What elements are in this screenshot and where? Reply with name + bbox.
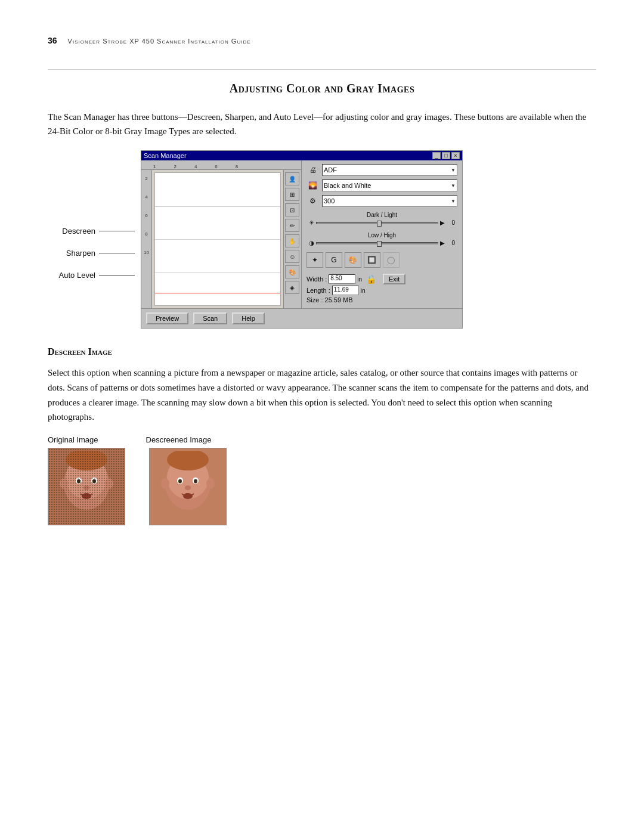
canvas-line-3 xyxy=(155,272,280,273)
low-high-thumb[interactable] xyxy=(377,241,382,247)
action-buttons: ✦ G 🎨 🔲 ◯ xyxy=(306,252,457,268)
scan-bottom-bar: Preview Scan Help xyxy=(141,308,462,328)
size-row: Size : 25.59 MB xyxy=(306,296,457,304)
descreen-section-text: Select this option when scanning a pictu… xyxy=(48,366,596,425)
ruler-top: 12468 xyxy=(141,160,301,170)
dark-light-thumb[interactable] xyxy=(377,221,382,227)
preview-button[interactable]: Preview xyxy=(146,312,188,324)
image-type-value: Black and White xyxy=(324,182,371,189)
tool-hand[interactable]: ✋ xyxy=(285,234,299,247)
low-high-track[interactable] xyxy=(316,242,438,244)
scan-canvas-area: 246810 👤 ⊞ ⊡ ✏ ✋ xyxy=(141,170,301,308)
lock-icon: 🔒 xyxy=(366,274,376,284)
page-header: 36 Visioneer Strobe XP 450 Scanner Insta… xyxy=(48,36,596,45)
svg-point-20 xyxy=(206,478,215,489)
size-label: Size : 25.59 MB xyxy=(306,296,353,304)
image-type-row: 🌄 Black and White ▼ xyxy=(306,179,457,191)
sharpen-button[interactable]: G xyxy=(326,252,342,268)
auto-level-label: Auto Level xyxy=(48,271,95,280)
exit-button[interactable]: Exit xyxy=(383,274,405,284)
label-area: Descreen Sharpen Auto Level xyxy=(48,150,135,329)
descreen-section-title: Descreen Image xyxy=(48,346,596,357)
tool-extra[interactable]: ◈ xyxy=(285,281,299,294)
image-type-select[interactable]: Black and White ▼ xyxy=(322,179,457,191)
page-header-title: Visioneer Strobe XP 450 Scanner Installa… xyxy=(68,38,251,45)
image-labels-row: Original Image Descreened Image xyxy=(48,435,596,444)
scan-settings-panel: 🖨 ADF ▼ 🌄 Black and White ▼ ⚙ xyxy=(302,160,462,308)
original-image-label: Original Image xyxy=(48,435,98,444)
resolution-arrow: ▼ xyxy=(451,199,456,204)
descreen-label-row: Descreen xyxy=(48,227,135,236)
source-select[interactable]: ADF ▼ xyxy=(322,164,457,176)
dark-light-group: Dark / Light ☀ ▶ 0 xyxy=(306,210,457,227)
canvas-line-2 xyxy=(155,239,280,240)
section-title: Adjusting Color and Gray Images xyxy=(48,82,596,95)
scan-button[interactable]: Scan xyxy=(193,312,227,324)
section-intro: The Scan Manager has three buttons—Descr… xyxy=(48,110,596,138)
tool-crop[interactable]: ⊡ xyxy=(285,203,299,216)
page-number: 36 xyxy=(48,36,57,45)
scan-window-titlebar: Scan Manager _ □ × xyxy=(141,151,462,160)
low-high-right-icon: ▶ xyxy=(440,240,445,246)
auto-level-line xyxy=(99,275,135,275)
source-icon: 🖨 xyxy=(306,164,320,176)
descreened-image xyxy=(149,448,227,525)
dark-light-right-icon: ▶ xyxy=(440,219,445,226)
source-arrow: ▼ xyxy=(451,168,456,173)
resolution-select[interactable]: 300 ▼ xyxy=(322,195,457,207)
sharpen-line xyxy=(99,253,135,253)
help-button[interactable]: Help xyxy=(232,312,265,324)
close-button[interactable]: × xyxy=(451,152,460,159)
length-unit: in xyxy=(361,287,366,294)
dimension-area: Width : 8.50 in 🔒 Exit Length : 11.69 in… xyxy=(306,274,457,305)
scan-manager-container: Descreen Sharpen Auto Level Scan Manager… xyxy=(48,150,596,329)
sharpen-label-row: Sharpen xyxy=(48,249,135,258)
auto-level-label-row: Auto Level xyxy=(48,271,135,280)
dark-light-value: 0 xyxy=(447,219,455,226)
length-label: Length : xyxy=(306,287,330,294)
svg-point-18 xyxy=(183,493,193,499)
dark-light-track[interactable] xyxy=(316,222,438,224)
auto-level-button[interactable]: 🎨 xyxy=(345,252,361,268)
color-button[interactable]: 🔲 xyxy=(364,252,380,268)
low-high-group: Low / High ◑ ▶ 0 xyxy=(306,231,457,247)
svg-point-16 xyxy=(194,479,197,484)
resolution-value: 300 xyxy=(324,197,335,205)
extra-button: ◯ xyxy=(383,252,400,268)
header-separator xyxy=(48,69,596,70)
svg-point-17 xyxy=(185,485,191,490)
low-high-slider-row: ◑ ▶ 0 xyxy=(309,240,455,246)
scan-manager-window: Scan Manager _ □ × 12468 246810 xyxy=(141,150,463,329)
window-controls[interactable]: _ □ × xyxy=(432,152,460,159)
dot-pattern-overlay xyxy=(48,448,125,525)
source-row: 🖨 ADF ▼ xyxy=(306,164,457,176)
scan-main: 12468 246810 👤 xyxy=(141,160,462,308)
tool-grid[interactable]: ⊞ xyxy=(285,188,299,201)
scan-canvas xyxy=(154,172,281,306)
dark-light-left-icon: ☀ xyxy=(309,219,314,226)
canvas-red-line xyxy=(155,293,280,293)
width-row: Width : 8.50 in 🔒 Exit xyxy=(306,274,457,284)
tool-person[interactable]: 👤 xyxy=(285,172,299,185)
image-type-arrow: ▼ xyxy=(451,183,456,188)
low-high-label: Low / High xyxy=(309,232,455,239)
descreened-image-label: Descreened Image xyxy=(146,435,212,444)
dark-light-slider-row: ☀ ▶ 0 xyxy=(309,219,455,226)
low-high-value: 0 xyxy=(447,240,455,246)
tool-face[interactable]: ☺ xyxy=(285,250,299,263)
dark-light-label: Dark / Light xyxy=(309,212,455,218)
width-input[interactable]: 8.50 xyxy=(329,274,355,284)
descreen-label: Descreen xyxy=(48,227,95,236)
length-input[interactable]: 11.69 xyxy=(332,286,359,295)
scan-preview-panel: 12468 246810 👤 xyxy=(141,160,302,308)
descreen-button[interactable]: ✦ xyxy=(306,252,323,268)
width-label: Width : xyxy=(306,275,327,283)
tool-pencil[interactable]: ✏ xyxy=(285,219,299,232)
resolution-row: ⚙ 300 ▼ xyxy=(306,195,457,207)
length-row: Length : 11.69 in xyxy=(306,286,457,295)
tool-palette[interactable]: 🎨 xyxy=(285,265,299,278)
original-image xyxy=(48,448,125,525)
minimize-button[interactable]: _ xyxy=(432,152,441,159)
ruler-left: 246810 xyxy=(141,170,152,308)
maximize-button[interactable]: □ xyxy=(442,152,450,159)
